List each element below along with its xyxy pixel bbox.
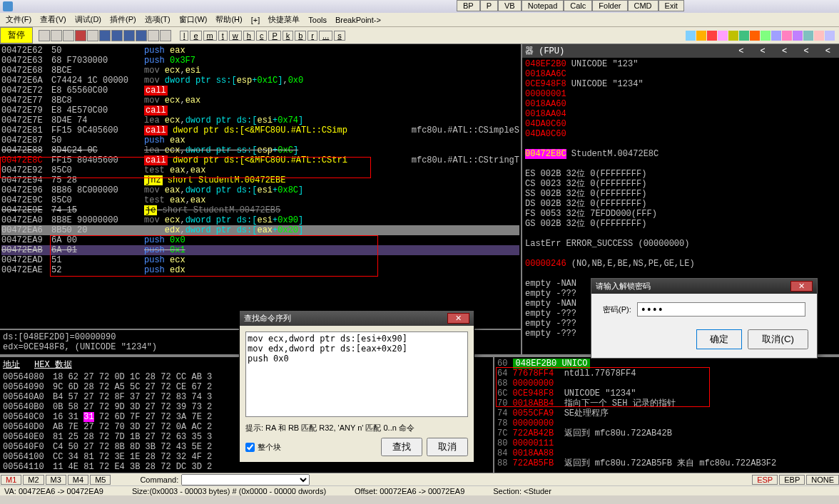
step-over-icon[interactable]	[111, 30, 123, 41]
restart-icon[interactable]	[39, 30, 50, 41]
bp-tab[interactable]: Folder	[592, 0, 627, 11]
trace2-icon[interactable]	[160, 30, 171, 41]
cancel-button[interactable]: 取消(C)	[748, 329, 808, 349]
menu-item[interactable]: 插件(P)	[110, 14, 136, 25]
bp-tab[interactable]: Notepad	[522, 0, 564, 11]
letter-button[interactable]: b	[295, 31, 306, 41]
color-swatch[interactable]	[803, 31, 813, 41]
find-button[interactable]: 查找	[381, 438, 422, 456]
fpu-arrows[interactable]: < < < < <	[738, 46, 836, 56]
color-swatch[interactable]	[728, 31, 738, 41]
disasm-row[interactable]: 00472E7E8D4E 74lea ecx,dword ptr ds:[esi…	[1, 115, 519, 125]
disasm-row[interactable]: 00472E79E8 4E570C00call	[1, 106, 519, 115]
disasm-row[interactable]: 00472E6368 F7030000push 0x3F7	[1, 56, 519, 66]
password-input[interactable]	[637, 302, 805, 317]
run-to-icon[interactable]	[136, 30, 147, 41]
color-swatch[interactable]	[782, 31, 792, 41]
disasm-row[interactable]: 00472E9C85C0test eax,eax	[1, 195, 519, 205]
disasm-row[interactable]: 00472E81FF15 9C405600call dword ptr ds:[…	[1, 125, 519, 135]
stack-row[interactable]: 7C 722AB42B 返回到 mfc80u.722AB42B	[497, 428, 836, 438]
pause-button[interactable]: 暂停	[0, 27, 33, 43]
pause-icon[interactable]	[87, 30, 98, 41]
stack-row[interactable]: 78 00000000	[497, 418, 836, 428]
close-icon[interactable]: ✕	[790, 281, 813, 292]
color-swatch[interactable]	[750, 31, 760, 41]
close-icon[interactable]: ✕	[447, 313, 469, 324]
disasm-row[interactable]: 00472E6250push eax	[1, 46, 519, 56]
memory-tab[interactable]: M3	[46, 475, 66, 485]
menu-item[interactable]: 帮助(H)	[215, 14, 242, 25]
memory-tab[interactable]: M5	[90, 475, 111, 485]
letter-button[interactable]: k	[283, 31, 294, 41]
stack-panel[interactable]: 60 048EF2B0 UNICO 64 77678FF4 ntdll.7767…	[493, 357, 839, 473]
stack-row[interactable]: 84 0018AA88	[497, 448, 836, 458]
stack-row[interactable]: 88 722AB5FB 返回到 mfc80u.722AB5FB 来自 mfc80…	[497, 458, 836, 468]
command-combo[interactable]	[181, 474, 310, 485]
disasm-row[interactable]: 00472E9E74 15je short StudentM.00472EB5	[1, 205, 519, 215]
disasm-row[interactable]: 00472EA68B50 20mov edx,dword ptr ds:[eax…	[1, 225, 519, 235]
memory-tab[interactable]: M2	[23, 475, 44, 485]
bp-tab[interactable]: Exit	[659, 0, 684, 11]
letter-button[interactable]: t	[218, 31, 228, 41]
color-swatch[interactable]	[707, 31, 717, 41]
menu-item[interactable]: [+]	[251, 16, 260, 24]
letter-button[interactable]: P	[268, 31, 280, 41]
rewind-icon[interactable]	[51, 30, 62, 41]
memory-tab[interactable]: M4	[68, 475, 88, 485]
stack-row[interactable]: 80 00000111	[497, 438, 836, 448]
whole-block-check-input[interactable]	[245, 443, 255, 452]
disasm-row[interactable]: 00472E778BC8mov ecx,eax	[1, 96, 519, 106]
ebp-tab[interactable]: EBP	[779, 475, 805, 485]
disassembly-panel[interactable]: 00472E6250push eax00472E6368 F7030000pus…	[0, 44, 521, 354]
menu-item[interactable]: 查看(V)	[40, 14, 66, 25]
letter-button[interactable]: e	[190, 31, 201, 41]
color-swatch[interactable]	[814, 31, 824, 41]
disasm-row[interactable]: 00472E688BCEmov ecx,esi	[1, 66, 519, 76]
letter-button[interactable]: s	[334, 31, 345, 41]
password-title-bar[interactable]: 请输入解锁密码 ✕	[591, 279, 817, 294]
menu-item[interactable]: 窗口(W)	[179, 14, 208, 25]
letter-button[interactable]: m	[203, 31, 217, 41]
ok-button[interactable]: 确定	[696, 329, 742, 349]
bp-tab[interactable]: CMD	[628, 0, 659, 11]
color-swatch[interactable]	[793, 31, 803, 41]
color-swatch[interactable]	[739, 31, 749, 41]
step-out-icon[interactable]	[123, 30, 135, 41]
disasm-row[interactable]: 00472E888D4C24 0Clea ecx,dword ptr ss:[e…	[1, 145, 519, 155]
letter-button[interactable]: r	[307, 31, 317, 41]
disasm-row[interactable]: 00472E72E8 65560C00call	[1, 86, 519, 96]
esp-tab[interactable]: ESP	[752, 475, 778, 485]
disasm-row[interactable]: 00472E968B86 8C000000mov eax,dword ptr d…	[1, 185, 519, 195]
memory-tab[interactable]: M1	[1, 475, 21, 485]
trace-icon[interactable]	[148, 30, 159, 41]
color-swatch[interactable]	[825, 31, 835, 41]
letter-button[interactable]: l	[180, 31, 188, 41]
menu-item[interactable]: 调试(D)	[75, 14, 101, 25]
color-swatch[interactable]	[761, 31, 771, 41]
whole-block-checkbox[interactable]: 整个块	[245, 442, 281, 453]
menu-item[interactable]: BreakPoint->	[335, 16, 381, 24]
color-swatch[interactable]	[771, 31, 781, 41]
color-swatch[interactable]	[718, 31, 728, 41]
letter-button[interactable]: h	[243, 31, 255, 41]
color-swatch[interactable]	[686, 31, 696, 41]
bp-tab[interactable]: BP	[457, 0, 480, 11]
letter-button[interactable]: c	[256, 31, 268, 41]
bp-tab[interactable]: Calc	[564, 0, 592, 11]
cancel-find-button[interactable]: 取消	[427, 438, 468, 456]
bp-tab[interactable]: VB	[498, 0, 522, 11]
none-tab[interactable]: NONE	[806, 475, 839, 485]
step-into-icon[interactable]	[99, 30, 111, 41]
find-dialog-title-bar[interactable]: 查找命令序列 ✕	[240, 311, 474, 326]
menu-item[interactable]: 快捷菜单	[268, 14, 300, 25]
menu-item[interactable]: 选项(T)	[145, 14, 171, 25]
bp-tab[interactable]: P	[480, 0, 498, 11]
letter-button[interactable]: ...	[319, 31, 332, 41]
color-swatch[interactable]	[696, 31, 706, 41]
stop-icon[interactable]	[63, 30, 74, 41]
menu-item[interactable]: 文件(F)	[6, 14, 31, 25]
find-sequence-input[interactable]	[245, 331, 468, 417]
letter-button[interactable]: w	[229, 31, 242, 41]
menu-item[interactable]: Tools	[308, 16, 327, 24]
hex-row[interactable]: 0056411011 4E 81 72 E4 3B 28 72 DC 3D 2	[3, 462, 490, 472]
